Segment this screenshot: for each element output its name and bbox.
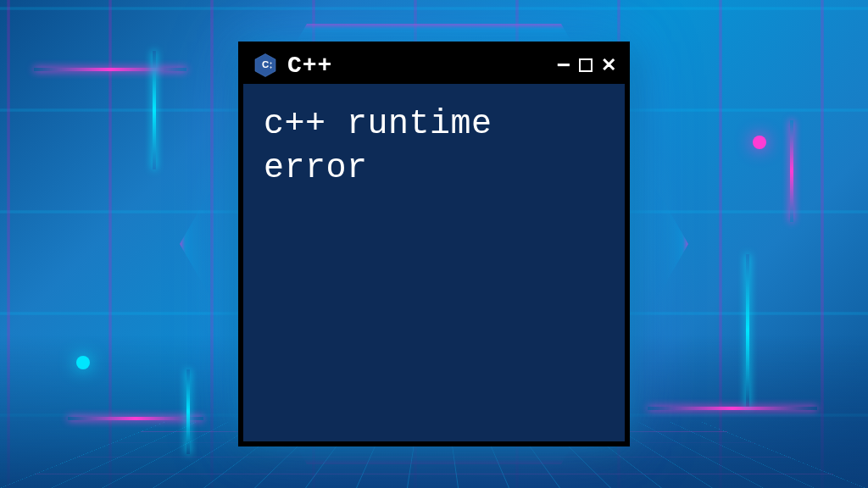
neon-accent xyxy=(648,407,817,410)
neon-accent xyxy=(746,254,749,407)
svg-text:+: + xyxy=(270,61,272,65)
terminal-body[interactable]: c++ runtime error xyxy=(243,84,625,441)
neon-accent xyxy=(186,369,190,454)
close-button[interactable] xyxy=(601,56,616,75)
svg-text:+: + xyxy=(270,65,272,69)
terminal-window: C + + C++ c++ runtime error xyxy=(238,42,630,446)
window-title: C++ xyxy=(287,53,548,79)
terminal-output: c++ runtime error xyxy=(264,103,604,191)
neon-accent xyxy=(790,120,793,222)
cpp-logo-icon: C + + xyxy=(252,52,279,79)
window-controls xyxy=(557,53,616,77)
neon-accent xyxy=(34,68,186,71)
neon-dot xyxy=(753,136,766,149)
svg-text:C: C xyxy=(262,59,269,69)
maximize-button[interactable] xyxy=(579,58,593,72)
neon-accent xyxy=(68,417,203,420)
neon-dot xyxy=(76,356,90,369)
window-titlebar[interactable]: C + + C++ xyxy=(243,47,625,84)
neon-accent xyxy=(153,51,156,169)
minimize-button[interactable] xyxy=(557,53,570,77)
